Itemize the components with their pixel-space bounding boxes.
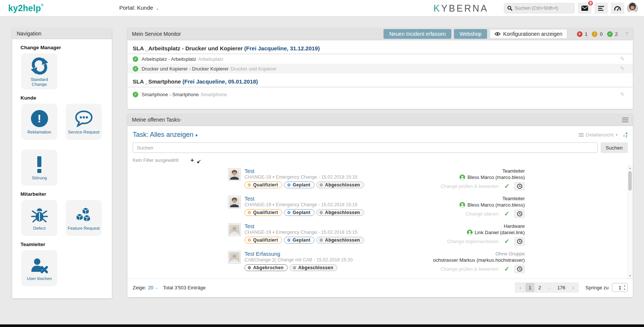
- tasks-search-input[interactable]: [133, 142, 598, 153]
- scroll-down-icon[interactable]: ▼: [629, 273, 631, 278]
- queue-button[interactable]: [594, 3, 608, 14]
- task-list: Test CHANGE-19▾Emergency Change - 15.02.…: [127, 165, 633, 279]
- next-page-button[interactable]: ›: [569, 283, 578, 292]
- show-configurations-button[interactable]: Konfigurationen anzeigen: [490, 29, 567, 39]
- task-list-scrollbar[interactable]: ▲ ▼: [628, 165, 632, 279]
- task-title-link[interactable]: Test: [244, 168, 364, 174]
- sort-az-icon[interactable]: ↓ AZ: [623, 132, 628, 138]
- tile-label: Service Request: [68, 130, 99, 135]
- list-lines-icon: [579, 133, 584, 137]
- sla-row: ✓ Drucker und Kopierer - Drucker Kopiere…: [127, 64, 633, 73]
- edit-pencil-icon[interactable]: ✎: [620, 91, 625, 98]
- clock-button[interactable]: [514, 265, 525, 273]
- gauge-icon: [614, 6, 621, 11]
- view-mode-dropdown[interactable]: Detailansicht ▾: [579, 132, 618, 138]
- portal-selector[interactable]: Portal: Kunde⌄: [119, 4, 159, 11]
- clock-button[interactable]: [514, 237, 525, 246]
- caret-down-icon[interactable]: ▾: [273, 175, 275, 179]
- sync-icon: [30, 56, 49, 76]
- page-button-1[interactable]: 1: [525, 283, 534, 292]
- help-icon[interactable]: ?: [625, 31, 628, 37]
- gear-icon: ⚙: [319, 238, 323, 243]
- dashboard-button[interactable]: [611, 3, 624, 14]
- avatar: [228, 223, 241, 236]
- clock-button[interactable]: [514, 210, 525, 218]
- panel-list-icon[interactable]: [622, 117, 628, 122]
- task-title-link[interactable]: Test: [244, 196, 364, 202]
- page-size-dropdown[interactable]: 20: [148, 285, 153, 290]
- prev-page-button[interactable]: ‹: [516, 283, 525, 292]
- tile-reklamation[interactable]: ! Reklamation: [21, 104, 57, 140]
- status-badge[interactable]: ⚙Abgeschlossen: [316, 237, 364, 243]
- task-assignee: ochstrasser Markus (markus.hochstrasser): [433, 257, 525, 263]
- complete-check-icon[interactable]: ✓: [504, 182, 509, 190]
- edit-pencil-icon[interactable]: ✎: [620, 65, 625, 72]
- task-title-link[interactable]: Test: [244, 223, 364, 229]
- page-ellipsis: ...: [545, 283, 554, 292]
- caret-down-icon[interactable]: ▾: [273, 203, 275, 207]
- caret-down-icon[interactable]: ▾: [273, 230, 275, 234]
- edit-pencil-icon[interactable]: ✎: [620, 56, 625, 62]
- status-badge[interactable]: ⚙Abgebrochen: [244, 264, 288, 271]
- complete-check-icon[interactable]: ✓: [504, 238, 509, 245]
- tile-stoerung[interactable]: Störung: [21, 150, 57, 186]
- tile-defect[interactable]: Defect: [21, 200, 57, 236]
- status-badge[interactable]: ⚙Abgeschlossen: [316, 182, 364, 188]
- new-incident-button[interactable]: Neuen Incident erfassen: [383, 29, 451, 39]
- complete-check-icon[interactable]: ✓: [504, 210, 509, 218]
- global-search-input[interactable]: [515, 6, 567, 11]
- tasks-header: Meine offenen Tasks-: [127, 114, 633, 126]
- spinner-down-icon[interactable]: ▼: [622, 287, 627, 291]
- scrollbar-thumb[interactable]: [628, 171, 632, 191]
- messages-button[interactable]: 9: [578, 3, 591, 14]
- status-badge[interactable]: ⚙Geplant: [284, 182, 315, 188]
- gear-icon: ⚙: [247, 210, 251, 215]
- task-row: Test CHANGE-19▾Emergency Change - 15.02.…: [228, 165, 525, 193]
- task-filter-dropdown[interactable]: Task: Alles anzeigen▾: [133, 131, 198, 139]
- tasks-search-button[interactable]: Suchen: [601, 142, 628, 153]
- panel-title: Mein Service Monitor: [132, 31, 181, 37]
- open-tasks-panel: Meine offenen Tasks- Task: Alles anzeige…: [127, 114, 633, 297]
- status-badge[interactable]: ⚙Abgeschlossen: [316, 209, 364, 216]
- spinner-up-icon[interactable]: ▲: [622, 284, 627, 287]
- page-button-176[interactable]: 176: [555, 283, 568, 292]
- tile-standard-change[interactable]: Standard Change: [21, 53, 57, 89]
- status-badge[interactable]: ⚙Geplant: [284, 237, 315, 243]
- task-row: Test CHANGE-19▾Emergency Change - 15.02.…: [228, 220, 525, 248]
- task-row: Test Erfassung CABChange-2(Change mit CA…: [228, 248, 525, 276]
- tile-feature-request[interactable]: Feature Request: [66, 200, 102, 236]
- person-icon: [460, 202, 465, 208]
- task-action-label: Change implementieren: [447, 239, 499, 244]
- global-search: [504, 3, 575, 13]
- user-avatar[interactable]: [627, 3, 638, 14]
- webshop-button[interactable]: Webshop: [454, 29, 487, 39]
- error-status-icon: ✕: [577, 31, 583, 37]
- jump-page-input[interactable]: [612, 285, 622, 290]
- search-icon: [507, 6, 512, 11]
- comment-dots-icon: [74, 109, 94, 129]
- total-entries-label: Total 3'503 Einträge: [163, 285, 206, 290]
- ky2help-logo[interactable]: ky2help®: [8, 3, 44, 13]
- tile-service-request[interactable]: Service Request: [66, 104, 102, 140]
- sla-group-heading: SLA _Smartphone(Frei Jacqueline, 05.01.2…: [127, 73, 633, 87]
- tile-label: Defect: [33, 226, 45, 231]
- jump-page-field: ▲ ▼: [612, 283, 628, 292]
- exclamation-circle-icon: !: [31, 109, 48, 129]
- bottom-bar: [0, 324, 644, 327]
- status-badge[interactable]: ⚙Qualifiziert: [244, 182, 282, 188]
- gear-icon: ⚙: [287, 210, 291, 215]
- tile-user-loeschen[interactable]: User löschen: [21, 250, 57, 286]
- complete-check-icon[interactable]: ✓: [504, 265, 509, 273]
- page-button-2[interactable]: 2: [535, 283, 544, 292]
- add-filter-icon[interactable]: +: [190, 157, 194, 164]
- status-badge[interactable]: ⚙Qualifiziert: [244, 237, 282, 243]
- clock-button[interactable]: [514, 182, 525, 191]
- status-badge[interactable]: ⚙Geplant: [284, 209, 315, 216]
- list-icon: [598, 6, 604, 11]
- person-icon: [467, 230, 473, 235]
- status-badge[interactable]: ⚙Qualifiziert: [244, 209, 282, 216]
- scroll-up-icon[interactable]: ▲: [629, 166, 631, 170]
- pin-filter-icon[interactable]: [197, 160, 201, 164]
- status-badge[interactable]: ⚙Abgeschlossen: [290, 264, 337, 271]
- task-title-link[interactable]: Test Erfassung: [244, 251, 353, 257]
